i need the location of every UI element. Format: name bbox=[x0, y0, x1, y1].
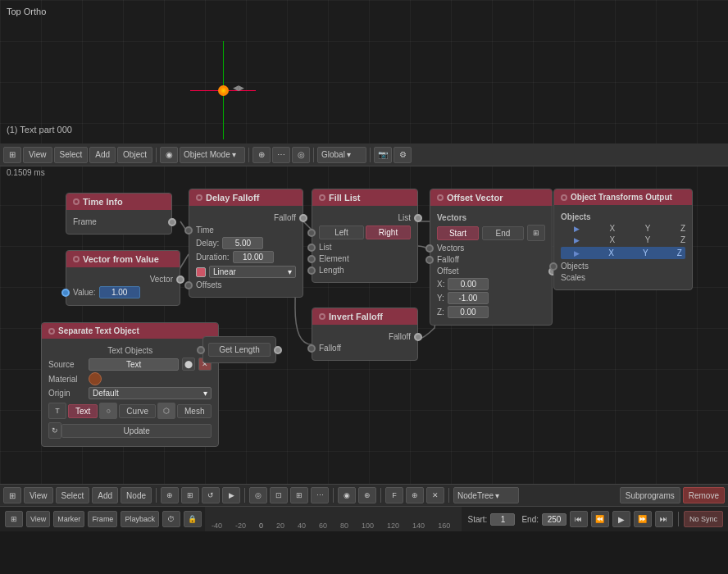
socket-gl-out[interactable] bbox=[274, 346, 282, 354]
mesh-type-button[interactable]: Mesh bbox=[177, 404, 212, 418]
socket-falloff-in[interactable] bbox=[425, 256, 434, 264]
play-prev-frame[interactable]: ⏪ bbox=[591, 511, 609, 527]
node-time-info[interactable]: Time Info Frame bbox=[66, 193, 172, 235]
start-button[interactable]: Start bbox=[437, 226, 479, 240]
ne-node-menu[interactable]: Node bbox=[121, 487, 152, 503]
socket-list-out[interactable] bbox=[414, 214, 422, 222]
remove-button[interactable]: Remove bbox=[683, 487, 725, 503]
socket-value-in[interactable] bbox=[61, 289, 70, 297]
duration-value[interactable]: 10.00 bbox=[233, 251, 274, 263]
mode-dropdown[interactable]: Object Mode ▾ bbox=[180, 147, 245, 163]
delay-value[interactable]: 5.00 bbox=[222, 237, 263, 249]
snap-icon[interactable]: ⋯ bbox=[272, 147, 290, 163]
z-value[interactable]: 0.00 bbox=[448, 306, 489, 318]
settings-icon[interactable]: ⚙ bbox=[394, 147, 412, 163]
socket-element-in[interactable] bbox=[307, 255, 316, 263]
ne-icon-2[interactable]: ⊞ bbox=[181, 487, 199, 503]
ne-icon-10[interactable]: ⊕ bbox=[358, 487, 376, 503]
socket-invfall-out[interactable] bbox=[414, 333, 422, 341]
ne-view-menu[interactable]: View bbox=[24, 487, 53, 503]
subprograms-button[interactable]: Subprograms bbox=[620, 487, 680, 503]
ne-icon-1[interactable]: ⊕ bbox=[161, 487, 179, 503]
ne-icon-5[interactable]: ◎ bbox=[249, 487, 267, 503]
ne-icon-4[interactable]: ▶ bbox=[222, 487, 240, 503]
node-vector-from-value[interactable]: Vector from Value Vector Value: 1.00 bbox=[66, 250, 180, 306]
play-next-frame[interactable]: ⏩ bbox=[634, 511, 652, 527]
ne-select-menu[interactable]: Select bbox=[56, 487, 90, 503]
curve-type-button[interactable]: Curve bbox=[119, 404, 156, 418]
y-value[interactable]: -1.00 bbox=[448, 292, 489, 304]
socket-invfall-in[interactable] bbox=[307, 344, 316, 353]
tl-clock-icon[interactable]: ⏱ bbox=[162, 511, 180, 527]
no-sync-button[interactable]: No Sync bbox=[684, 511, 723, 527]
left-button[interactable]: Left bbox=[319, 226, 364, 239]
ne-icon-3[interactable]: ↺ bbox=[202, 487, 220, 503]
ne-icon-12[interactable]: ⊕ bbox=[406, 487, 424, 503]
timeline-start[interactable]: 1 bbox=[490, 513, 515, 526]
select-menu[interactable]: Select bbox=[54, 147, 89, 163]
view-menu[interactable]: View bbox=[23, 147, 52, 163]
node-get-length[interactable]: Get Length bbox=[202, 336, 276, 363]
update-icon[interactable]: ↻ bbox=[48, 422, 61, 439]
ne-add-menu[interactable]: Add bbox=[92, 487, 118, 503]
play-button[interactable]: ▶ bbox=[612, 511, 630, 527]
ne-tool-icon[interactable]: ⊞ bbox=[3, 487, 21, 503]
x-value[interactable]: 0.00 bbox=[448, 278, 489, 290]
mode-icon[interactable]: ◉ bbox=[160, 147, 178, 163]
node-obj-transforms[interactable]: Object Transforms Output Objects ▶ X Y Z… bbox=[553, 189, 693, 290]
tool-icon[interactable]: ⊞ bbox=[3, 147, 21, 163]
value-field[interactable]: 1.00 bbox=[99, 286, 140, 298]
source-value[interactable]: Text bbox=[89, 358, 179, 371]
tl-lock-icon[interactable]: 🔒 bbox=[184, 511, 202, 527]
nodetree-dropdown[interactable]: NodeTree ▾ bbox=[453, 487, 519, 503]
update-button[interactable]: Update bbox=[61, 424, 212, 438]
play-jump-start[interactable]: ⏮ bbox=[570, 511, 588, 527]
timeline-end[interactable]: 250 bbox=[542, 513, 566, 526]
render-icon[interactable]: 📷 bbox=[374, 147, 392, 163]
end-button[interactable]: End bbox=[482, 226, 524, 240]
proportional-icon[interactable]: ◎ bbox=[292, 147, 310, 163]
socket-lr-left[interactable] bbox=[307, 229, 316, 237]
node-invert-falloff[interactable]: Invert Falloff Falloff Falloff bbox=[312, 308, 418, 361]
ne-icon-6[interactable]: ⊡ bbox=[270, 487, 288, 503]
ne-icon-9[interactable]: ◉ bbox=[338, 487, 356, 503]
tl-playback-menu[interactable]: Playback bbox=[121, 511, 159, 527]
socket-vector-out[interactable] bbox=[176, 276, 184, 284]
ne-icon-7[interactable]: ⊞ bbox=[290, 487, 308, 503]
socket-falloff-out[interactable] bbox=[299, 214, 307, 222]
node-separate-text[interactable]: Separate Text Object Text Objects Source… bbox=[41, 322, 219, 447]
socket-list-in[interactable] bbox=[307, 244, 316, 252]
node-delay-falloff[interactable]: Delay Falloff Falloff Time Delay: 5.00 bbox=[189, 189, 303, 298]
mesh-icon[interactable]: ⬡ bbox=[157, 403, 175, 419]
ne-icon-11[interactable]: F bbox=[385, 487, 403, 503]
ne-icon-8[interactable]: ⋯ bbox=[311, 487, 329, 503]
socket-vectors-in[interactable] bbox=[425, 244, 434, 253]
object-menu[interactable]: Object bbox=[117, 147, 152, 163]
tl-view-menu[interactable]: View bbox=[26, 511, 50, 527]
node-offset-vector[interactable]: Offset Vector Vectors Start End ⊞ Vector… bbox=[430, 189, 553, 326]
lock-icon[interactable]: ⊞ bbox=[527, 225, 545, 241]
type-icon[interactable]: T bbox=[48, 403, 66, 419]
ne-icon-13[interactable]: ✕ bbox=[426, 487, 444, 503]
source-pick-icon[interactable]: ⬤ bbox=[182, 358, 195, 371]
text-type-button[interactable]: Text bbox=[68, 404, 98, 418]
origin-select[interactable]: Default ▾ bbox=[89, 387, 212, 399]
socket-gl-in[interactable] bbox=[197, 346, 205, 354]
right-button[interactable]: Right bbox=[366, 226, 411, 239]
socket-objects-in[interactable] bbox=[549, 262, 557, 271]
pivot-icon[interactable]: ⊕ bbox=[253, 147, 271, 163]
node-fill-list[interactable]: Fill List List Left Right bbox=[312, 189, 418, 283]
socket-length-in[interactable] bbox=[307, 266, 316, 275]
curve-icon[interactable]: ○ bbox=[99, 403, 117, 419]
add-menu[interactable]: Add bbox=[89, 147, 116, 163]
global-dropdown[interactable]: Global ▾ bbox=[317, 147, 366, 163]
tl-marker-menu[interactable]: Marker bbox=[53, 511, 84, 527]
interp-select[interactable]: Linear ▾ bbox=[209, 266, 296, 278]
socket-offsets-in[interactable] bbox=[184, 281, 193, 289]
tl-icon-1[interactable]: ⊞ bbox=[5, 511, 23, 527]
interp-toggle[interactable] bbox=[196, 267, 206, 277]
tl-frame-menu[interactable]: Frame bbox=[88, 511, 117, 527]
play-jump-end[interactable]: ⏭ bbox=[655, 511, 673, 527]
get-length-button[interactable]: Get Length bbox=[208, 343, 271, 357]
socket-time-in[interactable] bbox=[184, 226, 193, 235]
